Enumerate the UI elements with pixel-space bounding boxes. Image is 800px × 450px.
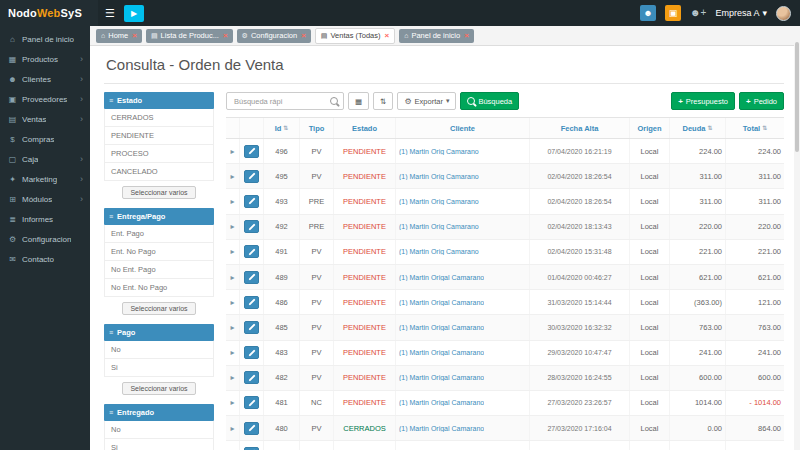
filter-option-no[interactable]: No [104, 421, 214, 439]
sidebar-item-ventas[interactable]: ▤Ventas› [0, 109, 90, 129]
row-expand-icon[interactable]: ▸ [226, 240, 240, 264]
filter-option-proceso[interactable]: PROCESO [104, 145, 214, 163]
client-link[interactable]: (1) Martin Orig Camarano [399, 148, 479, 155]
edit-row-button[interactable] [244, 145, 259, 158]
tab-configuracion[interactable]: ⚙Configuracion× [237, 29, 311, 43]
edit-row-button[interactable] [244, 422, 259, 435]
row-expand-icon[interactable]: ▸ [226, 189, 240, 213]
filter-option-si[interactable]: Si [104, 439, 214, 450]
edit-row-button[interactable] [244, 346, 259, 359]
filter-option-cerrados[interactable]: CERRADOS [104, 109, 214, 127]
sidebar-toggle-button[interactable]: ☰ [98, 7, 122, 20]
tab-label: Home [108, 31, 128, 40]
filter-header-pago[interactable]: ≡Pago [104, 324, 214, 341]
row-expand-icon[interactable]: ▸ [226, 290, 240, 314]
row-expand-icon[interactable]: ▸ [226, 341, 240, 365]
edit-row-button[interactable] [244, 220, 259, 233]
page-scrollbar[interactable] [794, 26, 800, 450]
client-link[interactable]: (1) Martin Origal Camarano [399, 425, 484, 432]
close-tab-icon[interactable]: × [223, 31, 228, 40]
sidebar-item-caja[interactable]: ▢Caja› [0, 149, 90, 169]
sidebar-item-marketing[interactable]: ✦Marketing› [0, 169, 90, 189]
add-user-button[interactable]: ☻+ [690, 8, 706, 18]
avatar[interactable] [776, 6, 791, 21]
sidebar-item-modulos[interactable]: ⊞Módulos› [0, 189, 90, 209]
search-input[interactable] [232, 96, 330, 107]
filter-header-entregado[interactable]: ≡Entregado [104, 404, 214, 421]
row-expand-icon[interactable]: ▸ [226, 215, 240, 239]
filter-header-entrega-pago[interactable]: ≡Entrega/Pago [104, 208, 214, 225]
filter-option-no-ent-pago[interactable]: No Ent. Pago [104, 261, 214, 279]
filter-option-no-ent-no-pago[interactable]: No Ent. No Pago [104, 279, 214, 297]
scrollbar-thumb[interactable] [795, 42, 799, 152]
filter-option-ent-pago[interactable]: Ent. Pago [104, 225, 214, 243]
cell-cliente: (1) Martin Origal Camarano [396, 290, 530, 314]
client-link[interactable]: (1) Martin Origal Camarano [399, 399, 484, 406]
row-expand-icon[interactable]: ▸ [226, 441, 240, 450]
filter-option-si[interactable]: Si [104, 359, 214, 377]
row-expand-icon[interactable]: ▸ [226, 315, 240, 339]
close-tab-icon[interactable]: × [464, 31, 469, 40]
filter-option-no[interactable]: No [104, 341, 214, 359]
search-button[interactable]: Búsqueda [460, 92, 519, 110]
client-link[interactable]: (1) Martin Origal Camarano [399, 274, 484, 281]
select-multiple-button[interactable]: Seleccionar varios [122, 382, 195, 395]
edit-row-button[interactable] [244, 245, 259, 258]
edit-row-button[interactable] [244, 296, 259, 309]
edit-row-button[interactable] [244, 396, 259, 409]
sidebar-item-clientes[interactable]: ☻Clientes› [0, 69, 90, 89]
client-link[interactable]: (1) Martin Orig Camarano [399, 173, 479, 180]
sidebar-item-contacto[interactable]: ✉Contacto [0, 249, 90, 269]
client-link[interactable]: (1) Martin Orig Camarano [399, 248, 479, 255]
row-expand-icon[interactable]: ▸ [226, 265, 240, 289]
tab-home[interactable]: ⌂Home× [96, 29, 142, 43]
client-link[interactable]: (1) Martin Origal Camarano [399, 299, 484, 306]
quick-screen-button[interactable]: ▶ [124, 5, 144, 22]
client-link[interactable]: (1) Martin Orig Camarano [399, 198, 479, 205]
edit-row-button[interactable] [244, 321, 259, 334]
export-button[interactable]: ⚙Exportar▾ [397, 92, 456, 110]
company-menu[interactable]: Empresa A▾ [715, 8, 767, 18]
row-expand-icon[interactable]: ▸ [226, 391, 240, 415]
sidebar-item-informes[interactable]: ≣Informes [0, 209, 90, 229]
client-link[interactable]: (1) Martin Orig Camarano [399, 223, 479, 230]
filter-option-ent-no-pago[interactable]: Ent. No Pago [104, 243, 214, 261]
new-presupuesto-button[interactable]: +Presupuesto [671, 92, 735, 110]
tab-panel-de-inicio[interactable]: ⌂Panel de inicio× [399, 29, 474, 43]
tab-lista-de-produc[interactable]: ▤Lista de Produc...× [146, 29, 233, 43]
edit-row-button[interactable] [244, 195, 259, 208]
row-expand-icon[interactable]: ▸ [226, 366, 240, 390]
edit-row-button[interactable] [244, 371, 259, 384]
tab-ventas-todas[interactable]: ▤Ventas (Todas)× [315, 28, 395, 44]
sort-order-button[interactable]: ⇅ [373, 92, 393, 110]
sidebar-item-productos[interactable]: ▦Productos› [0, 49, 90, 69]
sidebar-item-proveedores[interactable]: ▣Proveedores› [0, 89, 90, 109]
calendar-button[interactable]: ▦ [348, 92, 369, 110]
client-link[interactable]: (1) Martin Origal Camarano [399, 324, 484, 331]
select-multiple-button[interactable]: Seleccionar varios [122, 302, 195, 315]
row-expand-icon[interactable]: ▸ [226, 139, 240, 163]
packages-button[interactable]: ▣ [665, 5, 681, 21]
new-pedido-button[interactable]: +Pedido [739, 92, 784, 110]
select-multiple-button[interactable]: Seleccionar varios [122, 186, 195, 199]
filter-header-estado[interactable]: ≡Estado [104, 92, 214, 109]
column-header-total[interactable]: Total⇅ [726, 118, 784, 138]
edit-row-button[interactable] [244, 271, 259, 284]
column-header-deuda[interactable]: Deuda⇅ [670, 118, 726, 138]
filter-option-pendiente[interactable]: PENDIENTE [104, 127, 214, 145]
close-tab-icon[interactable]: × [132, 31, 137, 40]
edit-row-button[interactable] [244, 170, 259, 183]
sidebar-item-panel-de-inicio[interactable]: ⌂Panel de inicio [0, 29, 90, 49]
row-expand-icon[interactable]: ▸ [226, 416, 240, 440]
column-header-id[interactable]: Id⇅ [264, 118, 300, 138]
close-tab-icon[interactable]: × [301, 31, 306, 40]
users-button[interactable]: ☻ [640, 5, 656, 21]
app-logo[interactable]: NodoWeb SyS [0, 0, 98, 26]
close-tab-icon[interactable]: × [384, 31, 389, 40]
sidebar-item-configuracion[interactable]: ⚙Configuracion [0, 229, 90, 249]
row-expand-icon[interactable]: ▸ [226, 164, 240, 188]
client-link[interactable]: (1) Martin Origal Camarano [399, 349, 484, 356]
filter-option-cancelado[interactable]: CANCELADO [104, 163, 214, 181]
sidebar-item-compras[interactable]: $Compras [0, 129, 90, 149]
client-link[interactable]: (1) Martin Origal Camarano [399, 374, 484, 381]
